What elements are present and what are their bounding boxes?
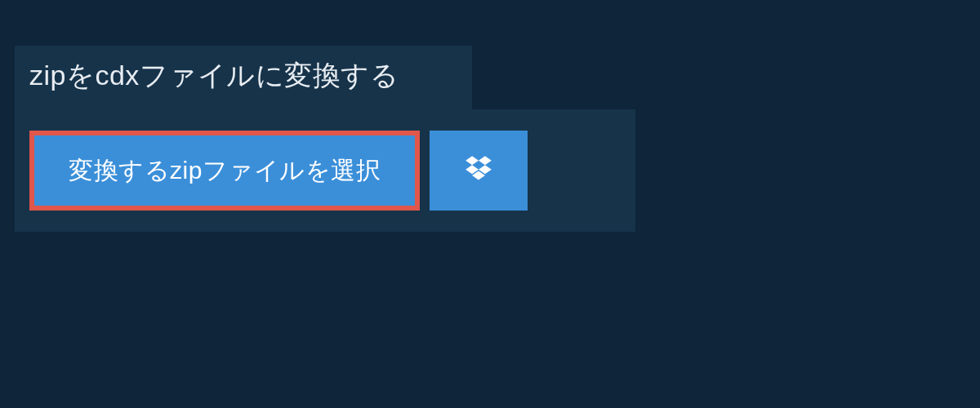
dropbox-button[interactable] — [430, 131, 528, 211]
dropbox-icon — [463, 153, 494, 188]
select-file-button-label: 変換するzipファイルを選択 — [69, 158, 381, 183]
page-title: zipをcdxファイルに変換する — [29, 57, 457, 95]
action-panel: 変換するzipファイルを選択 — [15, 109, 635, 232]
select-file-button[interactable]: 変換するzipファイルを選択 — [29, 131, 420, 211]
heading-panel: zipをcdxファイルに変換する — [15, 46, 472, 109]
